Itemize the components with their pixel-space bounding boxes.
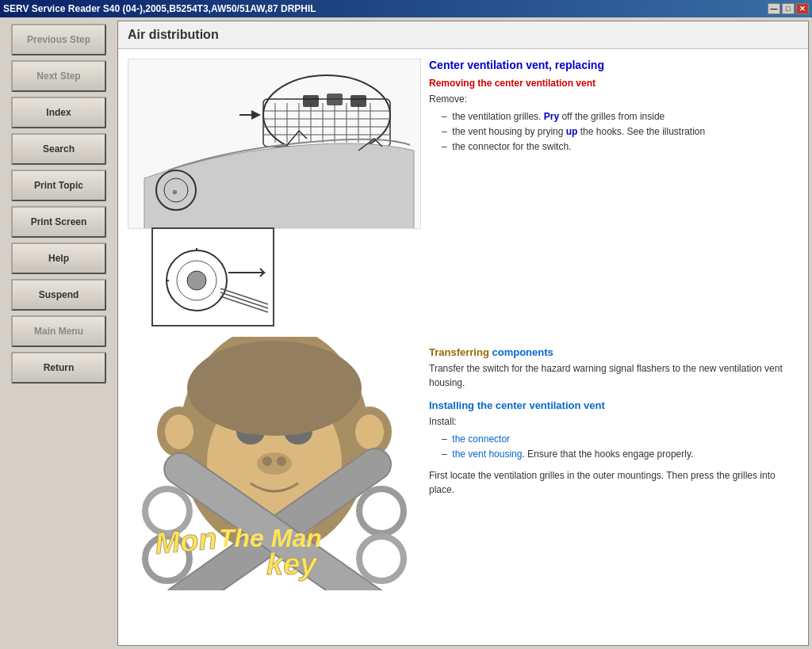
title-bar: SERV Service Reader S40 (04-),2005,B5254…	[0, 0, 812, 17]
install-list: – the connector – the vent housing. Ensu…	[442, 432, 799, 462]
installing-highlight: the center ventilation vent	[477, 399, 605, 411]
main-diagram-svg: ⊕	[128, 59, 421, 229]
suspend-button[interactable]: Suspend	[11, 279, 106, 311]
sidebar: Previous Step Next Step Index Search Pri…	[0, 17, 117, 649]
page-title: Air distribution	[128, 28, 219, 41]
list-item: – the vent housing by prying up the hook…	[442, 124, 799, 139]
svg-point-49	[359, 536, 404, 581]
removing-title: Removing the center ventilation vent	[429, 78, 799, 89]
text-section: Center ventilation vent, replacing Remov…	[429, 59, 799, 155]
minimize-button[interactable]: —	[768, 3, 780, 14]
window-controls: — □ ✕	[768, 3, 809, 14]
help-button[interactable]: Help	[11, 242, 106, 274]
svg-text:⊕: ⊕	[172, 189, 178, 196]
close-button[interactable]: ✕	[796, 3, 809, 14]
svg-point-38	[262, 456, 272, 466]
index-button[interactable]: Index	[11, 97, 106, 128]
app-window: Previous Step Next Step Index Search Pri…	[0, 17, 812, 649]
document-wrapper: ⊕	[128, 59, 799, 590]
remove-list: – the ventilation grilles. Pry off the g…	[442, 109, 799, 155]
remove-label: Remove:	[429, 92, 799, 106]
search-button[interactable]: Search	[11, 133, 106, 165]
page-header: Air distribution	[118, 21, 808, 49]
svg-point-39	[277, 456, 286, 466]
svg-rect-19	[303, 95, 319, 107]
svg-text:key: key	[266, 548, 318, 581]
scroll-content[interactable]: ⊕	[118, 49, 808, 645]
main-content-panel: Air distribution	[117, 21, 809, 646]
svg-text:Mon: Mon	[154, 521, 218, 560]
list-item: – the ventilation grilles. Pry off the g…	[442, 109, 799, 124]
inset-diagram-container	[128, 227, 421, 329]
svg-point-43	[355, 414, 384, 449]
monkey-svg: Mon The Man key	[128, 337, 421, 590]
svg-rect-21	[350, 95, 366, 107]
main-menu-button[interactable]: Main Menu	[11, 315, 106, 347]
transferring-title: Transferring components	[429, 346, 799, 358]
svg-point-37	[257, 452, 292, 475]
print-screen-button[interactable]: Print Screen	[11, 206, 106, 238]
svg-point-47	[359, 489, 404, 533]
install-note: First locate the ventilation grilles in …	[429, 468, 799, 497]
print-topic-button[interactable]: Print Topic	[11, 170, 106, 201]
transferring-highlight: components	[492, 346, 553, 358]
list-item: – the connector for the switch.	[442, 139, 799, 155]
previous-step-button[interactable]: Previous Step	[11, 24, 106, 55]
next-step-button[interactable]: Next Step	[11, 60, 106, 92]
content-area: Previous Step Next Step Index Search Pri…	[0, 17, 812, 649]
installing-title: Installing the center ventilation vent	[429, 399, 799, 411]
return-button[interactable]: Return	[11, 352, 106, 384]
maximize-button[interactable]: □	[782, 3, 795, 14]
body-text-section: Transferring components Transfer the swi…	[429, 337, 799, 500]
section-title: Center ventilation vent, replacing	[429, 59, 799, 71]
install-label: Install:	[429, 414, 799, 429]
svg-point-41	[165, 414, 193, 449]
transferring-text: Transfer the switch for the hazard warni…	[429, 361, 799, 390]
svg-point-25	[187, 271, 206, 290]
list-item: – the vent housing. Ensure that the hook…	[442, 447, 799, 462]
svg-rect-22	[153, 229, 274, 326]
svg-rect-20	[327, 94, 343, 105]
app-title: SERV Service Reader S40 (04-),2005,B5254…	[3, 3, 316, 14]
inset-diagram-svg	[151, 227, 274, 326]
monkey-watermark: Mon The Man key	[128, 337, 421, 590]
svg-point-44	[187, 341, 362, 436]
diagram-area: ⊕	[128, 59, 421, 329]
watermark-region: Mon The Man key Transferring components	[128, 337, 799, 590]
list-item: – the connector	[442, 432, 799, 447]
